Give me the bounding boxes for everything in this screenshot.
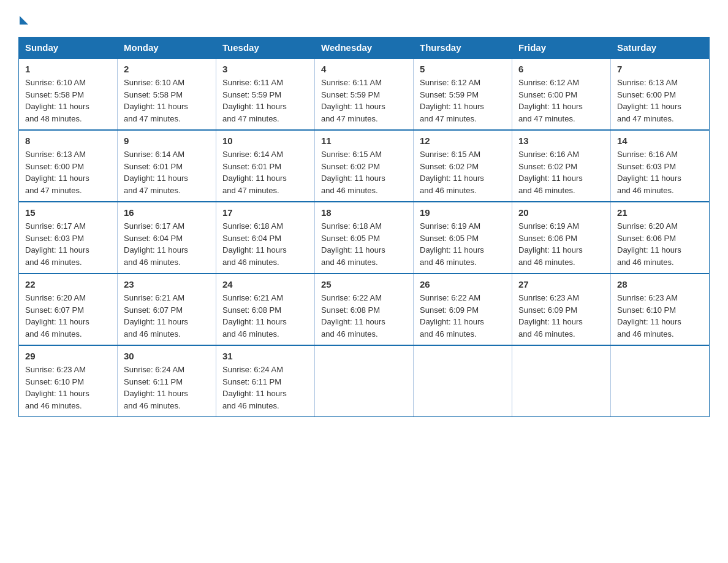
day-info: Sunrise: 6:17 AMSunset: 6:04 PMDaylight:… xyxy=(124,221,188,267)
day-number: 31 xyxy=(222,351,308,361)
day-number: 24 xyxy=(222,279,308,289)
day-info: Sunrise: 6:10 AMSunset: 5:58 PMDaylight:… xyxy=(25,78,89,123)
calendar-cell xyxy=(611,345,710,417)
day-info: Sunrise: 6:24 AMSunset: 6:11 PMDaylight:… xyxy=(124,365,188,410)
calendar-cell: 23 Sunrise: 6:21 AMSunset: 6:07 PMDaylig… xyxy=(118,274,216,345)
day-number: 25 xyxy=(321,279,407,289)
day-info: Sunrise: 6:15 AMSunset: 6:02 PMDaylight:… xyxy=(420,150,484,195)
logo xyxy=(18,12,28,25)
day-number: 18 xyxy=(321,207,407,218)
day-number: 7 xyxy=(617,64,703,74)
day-number: 27 xyxy=(518,279,604,289)
calendar-cell: 5 Sunrise: 6:12 AMSunset: 5:59 PMDayligh… xyxy=(414,58,512,130)
day-info: Sunrise: 6:12 AMSunset: 6:00 PMDaylight:… xyxy=(518,78,583,123)
calendar-cell: 22 Sunrise: 6:20 AMSunset: 6:07 PMDaylig… xyxy=(19,274,118,345)
calendar-cell: 4 Sunrise: 6:11 AMSunset: 5:59 PMDayligh… xyxy=(315,58,414,130)
day-number: 20 xyxy=(518,207,604,218)
day-number: 17 xyxy=(222,207,308,218)
day-number: 13 xyxy=(518,136,604,146)
calendar-cell: 1 Sunrise: 6:10 AMSunset: 5:58 PMDayligh… xyxy=(19,58,118,130)
weekday-header-thursday: Thursday xyxy=(414,37,512,59)
calendar-table: SundayMondayTuesdayWednesdayThursdayFrid… xyxy=(18,37,710,417)
day-info: Sunrise: 6:21 AMSunset: 6:07 PMDaylight:… xyxy=(124,293,188,339)
day-info: Sunrise: 6:14 AMSunset: 6:01 PMDaylight:… xyxy=(222,150,287,195)
calendar-cell: 2 Sunrise: 6:10 AMSunset: 5:58 PMDayligh… xyxy=(118,58,216,130)
day-info: Sunrise: 6:21 AMSunset: 6:08 PMDaylight:… xyxy=(222,293,287,339)
calendar-cell: 15 Sunrise: 6:17 AMSunset: 6:03 PMDaylig… xyxy=(19,202,118,274)
calendar-cell: 30 Sunrise: 6:24 AMSunset: 6:11 PMDaylig… xyxy=(118,345,216,417)
day-number: 15 xyxy=(25,207,111,218)
day-number: 10 xyxy=(222,136,308,146)
calendar-cell: 17 Sunrise: 6:18 AMSunset: 6:04 PMDaylig… xyxy=(216,202,315,274)
weekday-header-friday: Friday xyxy=(512,37,611,59)
day-number: 2 xyxy=(124,64,210,74)
day-info: Sunrise: 6:23 AMSunset: 6:10 PMDaylight:… xyxy=(617,293,681,339)
calendar-cell: 29 Sunrise: 6:23 AMSunset: 6:10 PMDaylig… xyxy=(19,345,118,417)
day-number: 29 xyxy=(25,351,111,361)
calendar-cell: 6 Sunrise: 6:12 AMSunset: 6:00 PMDayligh… xyxy=(512,58,611,130)
day-number: 14 xyxy=(617,136,703,146)
calendar-cell: 25 Sunrise: 6:22 AMSunset: 6:08 PMDaylig… xyxy=(315,274,414,345)
day-number: 5 xyxy=(420,64,506,74)
day-number: 4 xyxy=(321,64,407,74)
day-info: Sunrise: 6:19 AMSunset: 6:05 PMDaylight:… xyxy=(420,221,484,267)
weekday-header-tuesday: Tuesday xyxy=(216,37,315,59)
calendar-week-row: 29 Sunrise: 6:23 AMSunset: 6:10 PMDaylig… xyxy=(19,345,710,417)
day-info: Sunrise: 6:23 AMSunset: 6:09 PMDaylight:… xyxy=(518,293,583,339)
calendar-cell: 31 Sunrise: 6:24 AMSunset: 6:11 PMDaylig… xyxy=(216,345,315,417)
day-info: Sunrise: 6:23 AMSunset: 6:10 PMDaylight:… xyxy=(25,365,89,410)
day-number: 3 xyxy=(222,64,308,74)
calendar-cell: 28 Sunrise: 6:23 AMSunset: 6:10 PMDaylig… xyxy=(611,274,710,345)
day-number: 26 xyxy=(420,279,506,289)
calendar-cell: 13 Sunrise: 6:16 AMSunset: 6:02 PMDaylig… xyxy=(512,130,611,202)
logo-arrow-icon xyxy=(20,16,28,25)
day-info: Sunrise: 6:17 AMSunset: 6:03 PMDaylight:… xyxy=(25,221,89,267)
day-number: 16 xyxy=(124,207,210,218)
calendar-cell: 24 Sunrise: 6:21 AMSunset: 6:08 PMDaylig… xyxy=(216,274,315,345)
day-info: Sunrise: 6:10 AMSunset: 5:58 PMDaylight:… xyxy=(124,78,188,123)
day-info: Sunrise: 6:16 AMSunset: 6:03 PMDaylight:… xyxy=(617,150,681,195)
calendar-cell: 16 Sunrise: 6:17 AMSunset: 6:04 PMDaylig… xyxy=(118,202,216,274)
day-number: 23 xyxy=(124,279,210,289)
calendar-cell: 9 Sunrise: 6:14 AMSunset: 6:01 PMDayligh… xyxy=(118,130,216,202)
calendar-cell xyxy=(512,345,611,417)
calendar-cell xyxy=(414,345,512,417)
day-info: Sunrise: 6:20 AMSunset: 6:07 PMDaylight:… xyxy=(25,293,89,339)
day-info: Sunrise: 6:22 AMSunset: 6:08 PMDaylight:… xyxy=(321,293,385,339)
day-info: Sunrise: 6:13 AMSunset: 6:00 PMDaylight:… xyxy=(617,78,681,123)
calendar-cell: 7 Sunrise: 6:13 AMSunset: 6:00 PMDayligh… xyxy=(611,58,710,130)
weekday-header-sunday: Sunday xyxy=(19,37,118,59)
calendar-cell: 27 Sunrise: 6:23 AMSunset: 6:09 PMDaylig… xyxy=(512,274,611,345)
calendar-cell: 12 Sunrise: 6:15 AMSunset: 6:02 PMDaylig… xyxy=(414,130,512,202)
calendar-cell xyxy=(315,345,414,417)
calendar-week-row: 22 Sunrise: 6:20 AMSunset: 6:07 PMDaylig… xyxy=(19,274,710,345)
page-header xyxy=(18,12,710,25)
day-number: 1 xyxy=(25,64,111,74)
day-number: 30 xyxy=(124,351,210,361)
day-number: 21 xyxy=(617,207,703,218)
day-number: 28 xyxy=(617,279,703,289)
day-info: Sunrise: 6:12 AMSunset: 5:59 PMDaylight:… xyxy=(420,78,484,123)
weekday-header-saturday: Saturday xyxy=(611,37,710,59)
day-info: Sunrise: 6:13 AMSunset: 6:00 PMDaylight:… xyxy=(25,150,89,195)
weekday-header-row: SundayMondayTuesdayWednesdayThursdayFrid… xyxy=(19,37,710,59)
calendar-cell: 8 Sunrise: 6:13 AMSunset: 6:00 PMDayligh… xyxy=(19,130,118,202)
weekday-header-wednesday: Wednesday xyxy=(315,37,414,59)
calendar-cell: 3 Sunrise: 6:11 AMSunset: 5:59 PMDayligh… xyxy=(216,58,315,130)
day-info: Sunrise: 6:18 AMSunset: 6:04 PMDaylight:… xyxy=(222,221,287,267)
weekday-header-monday: Monday xyxy=(118,37,216,59)
day-info: Sunrise: 6:15 AMSunset: 6:02 PMDaylight:… xyxy=(321,150,385,195)
calendar-cell: 18 Sunrise: 6:18 AMSunset: 6:05 PMDaylig… xyxy=(315,202,414,274)
day-number: 11 xyxy=(321,136,407,146)
day-number: 22 xyxy=(25,279,111,289)
day-number: 6 xyxy=(518,64,604,74)
calendar-week-row: 1 Sunrise: 6:10 AMSunset: 5:58 PMDayligh… xyxy=(19,58,710,130)
calendar-cell: 21 Sunrise: 6:20 AMSunset: 6:06 PMDaylig… xyxy=(611,202,710,274)
day-number: 12 xyxy=(420,136,506,146)
day-info: Sunrise: 6:16 AMSunset: 6:02 PMDaylight:… xyxy=(518,150,583,195)
calendar-cell: 19 Sunrise: 6:19 AMSunset: 6:05 PMDaylig… xyxy=(414,202,512,274)
calendar-cell: 20 Sunrise: 6:19 AMSunset: 6:06 PMDaylig… xyxy=(512,202,611,274)
calendar-week-row: 8 Sunrise: 6:13 AMSunset: 6:00 PMDayligh… xyxy=(19,130,710,202)
calendar-cell: 26 Sunrise: 6:22 AMSunset: 6:09 PMDaylig… xyxy=(414,274,512,345)
day-number: 9 xyxy=(124,136,210,146)
